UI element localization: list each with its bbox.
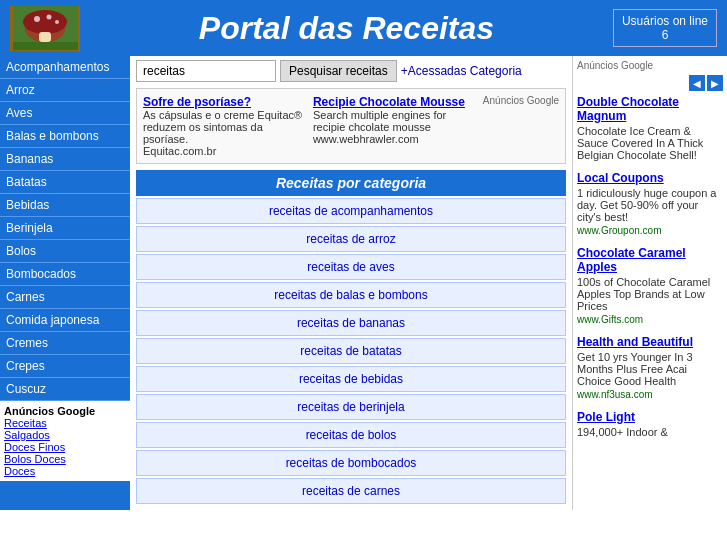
- recipe-link[interactable]: receitas de batatas: [300, 344, 401, 358]
- recipe-link[interactable]: receitas de acompanhamentos: [269, 204, 433, 218]
- site-logo: [10, 6, 80, 51]
- ad-banner-1: Sofre de psoríase? As cápsulas e o creme…: [143, 95, 303, 157]
- recipe-link[interactable]: receitas de bebidas: [299, 372, 403, 386]
- recipe-row-bebidas[interactable]: receitas de bebidas: [136, 366, 566, 392]
- right-ad-text-1: 1 ridiculously huge coupon a day. Get 50…: [577, 187, 723, 223]
- recipe-link[interactable]: receitas de balas e bombons: [274, 288, 427, 302]
- online-users-box: Usuários on line 6: [613, 9, 717, 47]
- ads-nav: ◀ ▶: [577, 75, 723, 91]
- main-layout: AcompanhamentosArrozAvesBalas e bombonsB…: [0, 56, 727, 510]
- sidebar-item-batatas[interactable]: Batatas: [0, 171, 130, 194]
- right-ad-url-3: www.nf3usa.com: [577, 389, 723, 400]
- sidebar-ad-link-doces[interactable]: Doces: [4, 465, 126, 477]
- sidebar-item-comida-japonesa[interactable]: Comida japonesa: [0, 309, 130, 332]
- sidebar-ad-link-receitas[interactable]: Receitas: [4, 417, 126, 429]
- recipe-row-bolos[interactable]: receitas de bolos: [136, 422, 566, 448]
- recipe-row-arroz[interactable]: receitas de arroz: [136, 226, 566, 252]
- recipe-row-aves[interactable]: receitas de aves: [136, 254, 566, 280]
- recipes-section: Receitas por categoria receitas de acomp…: [136, 170, 566, 504]
- right-ad-title-4[interactable]: Pole Light: [577, 410, 723, 424]
- ad-google-label: Anúncios Google: [483, 95, 559, 157]
- right-ad-3: Health and BeautifulGet 10 yrs Younger I…: [577, 335, 723, 400]
- recipe-row-bombons[interactable]: receitas de balas e bombons: [136, 282, 566, 308]
- right-ad-title-0[interactable]: Double Chocolate Magnum: [577, 95, 723, 123]
- svg-point-4: [34, 16, 40, 22]
- ads-prev-button[interactable]: ◀: [689, 75, 705, 91]
- left-sidebar: AcompanhamentosArrozAvesBalas e bombonsB…: [0, 56, 130, 510]
- sidebar-item-arroz[interactable]: Arroz: [0, 79, 130, 102]
- ad-banner-2-text: Search multiple engines for recipie chco…: [313, 109, 473, 133]
- ad-banners: Sofre de psoríase? As cápsulas e o creme…: [136, 88, 566, 164]
- sidebar-item-acompanhamentos[interactable]: Acompanhamentos: [0, 56, 130, 79]
- recipe-row-batatas[interactable]: receitas de batatas: [136, 338, 566, 364]
- sidebar-ad-link-salgados[interactable]: Salgados: [4, 429, 126, 441]
- ad-banner-1-title[interactable]: Sofre de psoríase?: [143, 95, 303, 109]
- sidebar-ad-link-doces-finos[interactable]: Doces Finos: [4, 441, 126, 453]
- sidebar-nav: AcompanhamentosArrozAvesBalas e bombonsB…: [0, 56, 130, 401]
- sidebar-ads-title: Anúncios Google: [4, 405, 126, 417]
- svg-rect-7: [39, 32, 51, 42]
- right-ad-text-0: Chocolate Ice Cream & Sauce Covered In A…: [577, 125, 723, 161]
- recipes-list: receitas de acompanhamentosreceitas de a…: [136, 198, 566, 504]
- right-ads-list: Double Chocolate MagnumChocolate Ice Cre…: [577, 95, 723, 438]
- right-ad-title-1[interactable]: Local Coupons: [577, 171, 723, 185]
- right-ad-title-2[interactable]: Chocolate Caramel Apples: [577, 246, 723, 274]
- recipe-link[interactable]: receitas de bombocados: [286, 456, 417, 470]
- main-content: Pesquisar receitas +Acessadas Categoria …: [130, 56, 572, 510]
- svg-point-3: [23, 10, 67, 34]
- search-button[interactable]: Pesquisar receitas: [280, 60, 397, 82]
- ad-banner-1-text: As cápsulas e o creme Equitac® reduzem o…: [143, 109, 303, 145]
- online-label: Usuários on line: [622, 14, 708, 28]
- header: Portal das Receitas Usuários on line 6: [0, 0, 727, 56]
- ad-banner-2-title[interactable]: Recipie Chocolate Mousse: [313, 95, 473, 109]
- search-bar: Pesquisar receitas +Acessadas Categoria: [136, 60, 566, 82]
- recipe-link[interactable]: receitas de arroz: [306, 232, 395, 246]
- right-ad-title-3[interactable]: Health and Beautiful: [577, 335, 723, 349]
- svg-point-5: [46, 15, 51, 20]
- recipe-link[interactable]: receitas de bolos: [306, 428, 397, 442]
- svg-rect-8: [13, 42, 78, 50]
- recipes-title: Receitas por categoria: [136, 170, 566, 196]
- recipe-row-bombocados[interactable]: receitas de bombocados: [136, 450, 566, 476]
- right-ad-2: Chocolate Caramel Apples100s of Chocolat…: [577, 246, 723, 325]
- recipe-link[interactable]: receitas de carnes: [302, 484, 400, 498]
- categories-link[interactable]: +Acessadas Categoria: [401, 64, 522, 78]
- recipe-link[interactable]: receitas de berinjela: [297, 400, 404, 414]
- sidebar-item-aves[interactable]: Aves: [0, 102, 130, 125]
- sidebar-item-crepes[interactable]: Crepes: [0, 355, 130, 378]
- right-sidebar: Anúncios Google ◀ ▶ Double Chocolate Mag…: [572, 56, 727, 510]
- sidebar-item-bananas[interactable]: Bananas: [0, 148, 130, 171]
- sidebar-ad-link-bolos-doces[interactable]: Bolos Doces: [4, 453, 126, 465]
- right-ad-url-1: www.Groupon.com: [577, 225, 723, 236]
- sidebar-item-balas-e-bombons[interactable]: Balas e bombons: [0, 125, 130, 148]
- ad-banner-2-url: www.webhrawler.com: [313, 133, 473, 145]
- right-ad-text-2: 100s of Chocolate Caramel Apples Top Bra…: [577, 276, 723, 312]
- search-input[interactable]: [136, 60, 276, 82]
- sidebar-item-berinjela[interactable]: Berinjela: [0, 217, 130, 240]
- ads-next-button[interactable]: ▶: [707, 75, 723, 91]
- ad-banner-2: Recipie Chocolate Mousse Search multiple…: [313, 95, 473, 157]
- recipe-row-acompanhamentos[interactable]: receitas de acompanhamentos: [136, 198, 566, 224]
- sidebar-item-carnes[interactable]: Carnes: [0, 286, 130, 309]
- recipe-row-bananas[interactable]: receitas de bananas: [136, 310, 566, 336]
- right-ad-0: Double Chocolate MagnumChocolate Ice Cre…: [577, 95, 723, 161]
- right-ads-label: Anúncios Google: [577, 60, 723, 71]
- recipe-link[interactable]: receitas de bananas: [297, 316, 405, 330]
- right-ad-url-2: www.Gifts.com: [577, 314, 723, 325]
- sidebar-item-bebidas[interactable]: Bebidas: [0, 194, 130, 217]
- sidebar-item-bombocados[interactable]: Bombocados: [0, 263, 130, 286]
- ad-banner-1-url: Equitac.com.br: [143, 145, 303, 157]
- sidebar-ads-section: Anúncios Google ReceitasSalgadosDoces Fi…: [0, 401, 130, 481]
- right-ad-4: Pole Light194,000+ Indoor &: [577, 410, 723, 438]
- recipe-link[interactable]: receitas de aves: [307, 260, 394, 274]
- right-ad-1: Local Coupons1 ridiculously huge coupon …: [577, 171, 723, 236]
- right-ad-text-3: Get 10 yrs Younger In 3 Months Plus Free…: [577, 351, 723, 387]
- recipe-row-carnes[interactable]: receitas de carnes: [136, 478, 566, 504]
- svg-point-6: [55, 20, 59, 24]
- sidebar-item-cremes[interactable]: Cremes: [0, 332, 130, 355]
- sidebar-item-cuscuz[interactable]: Cuscuz: [0, 378, 130, 401]
- recipe-row-berinjela[interactable]: receitas de berinjela: [136, 394, 566, 420]
- online-count: 6: [622, 28, 708, 42]
- site-title: Portal das Receitas: [80, 10, 613, 47]
- sidebar-item-bolos[interactable]: Bolos: [0, 240, 130, 263]
